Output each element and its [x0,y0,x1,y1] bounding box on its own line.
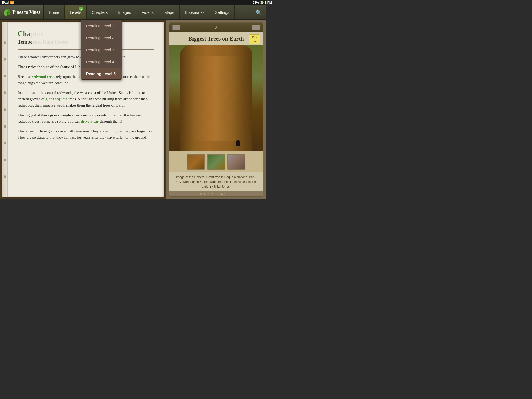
status-bar: iPad 📶 3:41 PM 78% 🔋 [0,0,266,5]
nav-item-settings[interactable]: Settings [210,5,235,19]
search-icon: 🔍 [255,9,262,16]
search-button[interactable]: 🔍 [251,5,266,19]
status-left: iPad 📶 [2,1,14,4]
nav-levels-label: Levels [70,10,81,15]
nav-item-home[interactable]: Home [44,5,65,19]
nav-item-videos[interactable]: Videos [136,5,159,19]
nav-videos-label: Videos [142,10,154,15]
copyright-bar: © COPYRIGHT & CREDITS [169,191,263,196]
image-viewer: ⤢ Biggest Trees on Earth Fun Fact [169,22,263,197]
image-header: ⤢ [169,23,263,32]
dropdown-level5[interactable]: Reading Level 5 [81,68,122,79]
nav-item-maps[interactable]: Maps [159,5,180,19]
battery-label: 78% [253,1,259,4]
highlight-drive-car: drive a car [81,119,99,123]
levels-badge: 5 [79,7,83,11]
highlight-sequoia: giant sequoia [45,97,68,101]
person-silhouette [236,140,240,146]
fun-fact-badge: Fun Fact [249,34,260,44]
thumbnail-1[interactable] [187,154,205,170]
fun-fact-line2: Fact [251,39,257,43]
app-title: Pines to Vines [0,5,44,19]
caption-area: Image of the General Grant tree in Sequo… [169,172,263,191]
dropdown-level2[interactable]: Reading Level 2 [81,32,122,44]
paragraph-5: The biggest of these giants weighs over … [18,112,154,124]
thumbnails-area [169,151,263,172]
device-label: iPad [2,1,9,4]
dropdown-level4[interactable]: Reading Level 4 [81,56,122,68]
nav-item-levels[interactable]: Levels 5 [65,5,87,19]
fun-fact-line1: Fun [252,36,257,39]
caption-text: Image of the General Grant tree in Sequo… [174,175,259,189]
levels-dropdown: Reading Level 1 Reading Level 2 Reading … [81,20,122,80]
time-display: 3:41 PM [260,1,266,4]
nav-chapters-label: Chapters [92,10,108,15]
nav-home-label: Home [49,10,59,15]
nav-settings-label: Settings [215,10,229,15]
clip-right-icon [252,25,260,30]
nav-bookmarks-label: Bookmarks [185,10,204,15]
dropdown-level3[interactable]: Reading Level 3 [81,44,122,56]
nav-maps-label: Maps [164,10,174,15]
wifi-icon: 📶 [10,1,14,4]
page-holes [2,22,8,197]
image-panel: ⤢ Biggest Trees on Earth Fun Fact [166,20,266,200]
image-title-area: Biggest Trees on Earth Fun Fact [169,32,263,45]
image-title: Biggest Trees on Earth [172,35,260,42]
paragraph-6: The cones of these giants are equally ma… [18,128,154,141]
nav-item-images[interactable]: Images [113,5,136,19]
highlight-redwood: redwood trees [32,75,55,79]
main-image [169,45,263,151]
clip-left-icon [172,25,180,30]
thumbnail-2[interactable] [207,154,225,170]
nav-item-bookmarks[interactable]: Bookmarks [180,5,210,19]
dropdown-level1[interactable]: Reading Level 1 [81,20,122,32]
nav-item-chapters[interactable]: Chapters [87,5,113,19]
thumbnail-3[interactable] [227,154,245,170]
nav-images-label: Images [118,10,131,15]
nav-bar: Pines to Vines Home Levels 5 Chapters Im… [0,5,266,20]
app-title-text: Pines to Vines [12,10,40,15]
paragraph-4: In addition to the coastal redwoods, the… [18,90,154,108]
leaf-logo-icon [3,9,11,16]
tree-trunk [180,45,252,151]
main-content: Chapter Temperate Rain Forest These arbo… [0,20,266,200]
expand-icon[interactable]: ⤢ [215,25,218,30]
